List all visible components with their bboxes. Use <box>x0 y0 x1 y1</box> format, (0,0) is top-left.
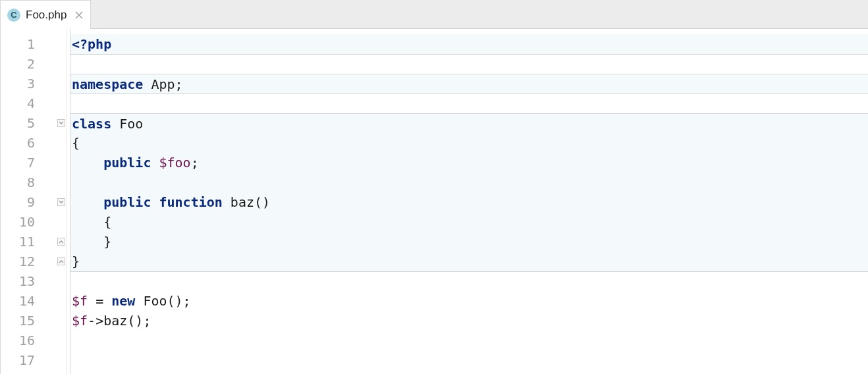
code-line <box>70 54 868 74</box>
code-line: { <box>70 133 868 153</box>
code-line: public function baz() <box>70 192 868 212</box>
fold-expand-icon[interactable] <box>57 257 65 265</box>
code-line: { <box>70 212 868 232</box>
line-number: 8 <box>1 173 35 192</box>
close-icon[interactable] <box>74 11 84 20</box>
line-number: 1 <box>1 34 35 54</box>
line-number: 17 <box>1 350 35 370</box>
line-number: 5 <box>1 113 35 133</box>
code-line: $f->baz(); <box>70 311 868 331</box>
line-number: 2 <box>1 54 35 74</box>
line-number: 12 <box>1 252 35 271</box>
code-line <box>70 331 868 350</box>
line-number: 9 <box>1 192 35 212</box>
code-line: public $foo; <box>70 153 868 173</box>
code-area[interactable]: <?php namespace App; class Foo { public … <box>70 29 868 374</box>
code-line: namespace App; <box>70 74 868 94</box>
editor-tab[interactable]: C Foo.php <box>1 0 91 29</box>
fold-collapse-icon[interactable] <box>57 198 65 206</box>
code-line: } <box>70 232 868 252</box>
line-number: 16 <box>1 331 35 350</box>
line-number: 6 <box>1 133 35 153</box>
php-class-icon: C <box>7 9 20 22</box>
code-line: class Foo <box>70 113 868 133</box>
code-line <box>70 173 868 192</box>
line-number: 15 <box>1 311 35 331</box>
code-line: <?php <box>70 34 868 54</box>
code-line: $f = new Foo(); <box>70 291 868 311</box>
fold-expand-icon[interactable] <box>57 238 65 246</box>
code-editor[interactable]: 1 2 3 4 5 6 7 8 9 10 11 12 13 14 15 16 1… <box>0 29 868 374</box>
tab-filename: Foo.php <box>26 9 67 22</box>
line-number-gutter: 1 2 3 4 5 6 7 8 9 10 11 12 13 14 15 16 1… <box>1 29 56 374</box>
line-number: 14 <box>1 291 35 311</box>
fold-column <box>56 29 67 374</box>
tab-bar: C Foo.php <box>0 0 868 29</box>
code-line <box>70 271 868 291</box>
code-line: } <box>70 252 868 271</box>
code-line <box>70 94 868 113</box>
line-number: 3 <box>1 74 35 94</box>
line-number: 13 <box>1 271 35 291</box>
line-number: 7 <box>1 153 35 173</box>
line-number: 11 <box>1 232 35 252</box>
line-number: 4 <box>1 94 35 113</box>
code-line <box>70 350 868 370</box>
fold-collapse-icon[interactable] <box>57 119 65 127</box>
line-number: 10 <box>1 212 35 232</box>
